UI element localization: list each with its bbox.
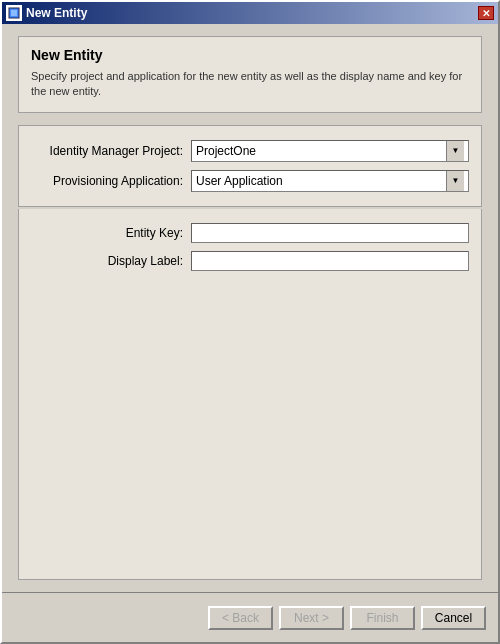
provisioning-app-dropdown[interactable]: User Application ▼ xyxy=(191,170,469,192)
content-area: New Entity Specify project and applicati… xyxy=(2,24,498,592)
identity-manager-dropdown[interactable]: ProjectOne ▼ xyxy=(191,140,469,162)
entity-key-control xyxy=(191,223,469,243)
svg-rect-1 xyxy=(11,10,17,16)
identity-manager-control: ProjectOne ▼ xyxy=(191,140,469,162)
cancel-button[interactable]: Cancel xyxy=(421,606,486,630)
dropdown-form-section: Identity Manager Project: ProjectOne ▼ P… xyxy=(18,125,482,207)
identity-manager-row: Identity Manager Project: ProjectOne ▼ xyxy=(31,140,469,162)
page-header: New Entity Specify project and applicati… xyxy=(18,36,482,113)
display-label-label: Display Label: xyxy=(31,254,191,268)
provisioning-app-dropdown-arrow: ▼ xyxy=(446,171,464,191)
entity-key-input[interactable] xyxy=(191,223,469,243)
display-label-row: Display Label: xyxy=(31,251,469,271)
provisioning-app-row: Provisioning Application: User Applicati… xyxy=(31,170,469,192)
text-input-section: Entity Key: Display Label: xyxy=(18,209,482,580)
identity-manager-value: ProjectOne xyxy=(196,144,446,158)
back-button[interactable]: < Back xyxy=(208,606,273,630)
entity-key-label: Entity Key: xyxy=(31,226,191,240)
identity-manager-dropdown-arrow: ▼ xyxy=(446,141,464,161)
window-title: New Entity xyxy=(26,6,87,20)
window-icon xyxy=(6,5,22,21)
page-description: Specify project and application for the … xyxy=(31,69,469,100)
provisioning-app-control: User Application ▼ xyxy=(191,170,469,192)
provisioning-app-value: User Application xyxy=(196,174,446,188)
page-title: New Entity xyxy=(31,47,469,63)
finish-button[interactable]: Finish xyxy=(350,606,415,630)
display-label-control xyxy=(191,251,469,271)
provisioning-app-label: Provisioning Application: xyxy=(31,174,191,188)
display-label-input[interactable] xyxy=(191,251,469,271)
identity-manager-label: Identity Manager Project: xyxy=(31,144,191,158)
title-bar: New Entity ✕ xyxy=(2,2,498,24)
dialog-window: New Entity ✕ New Entity Specify project … xyxy=(0,0,500,644)
title-bar-left: New Entity xyxy=(6,5,87,21)
close-button[interactable]: ✕ xyxy=(478,6,494,20)
next-button[interactable]: Next > xyxy=(279,606,344,630)
entity-key-row: Entity Key: xyxy=(31,223,469,243)
bottom-bar: < Back Next > Finish Cancel xyxy=(2,592,498,642)
